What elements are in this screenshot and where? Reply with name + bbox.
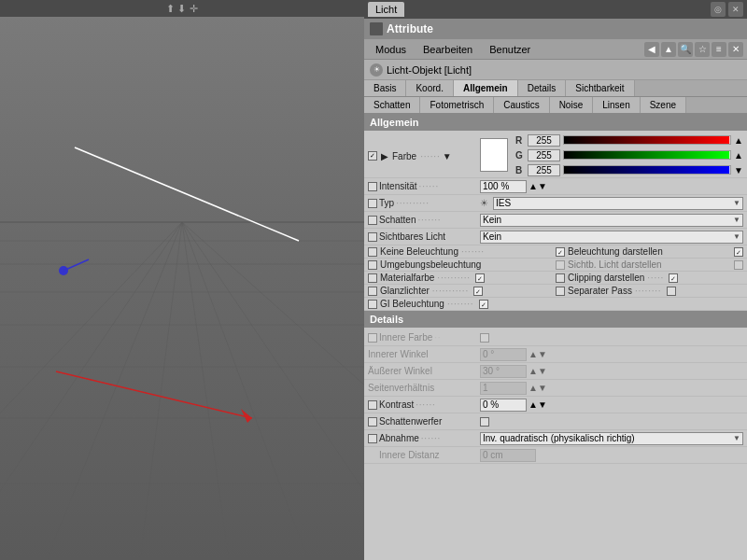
kontrast-input[interactable] bbox=[480, 399, 527, 412]
menu-benutzer[interactable]: Benutzer bbox=[482, 42, 538, 57]
panel-icon-1[interactable]: ◎ bbox=[711, 2, 726, 17]
abnahme-cb[interactable] bbox=[368, 434, 377, 443]
cb-umgebungsbeleuchtung-box[interactable] bbox=[368, 260, 377, 270]
attr-title: Attribute bbox=[387, 22, 433, 35]
tab-allgemein[interactable]: Allgemein bbox=[454, 80, 518, 96]
tab-linsen[interactable]: Linsen bbox=[593, 97, 640, 113]
aeusserer-winkel-spinner[interactable]: ▲▼ bbox=[529, 366, 547, 376]
cb-glanzlichter-check[interactable] bbox=[473, 287, 483, 296]
prop-farbe: ▶ Farbe · · · · · · ▼ R ▲ bbox=[364, 133, 747, 178]
intensitaet-cb[interactable] bbox=[368, 182, 377, 191]
innerer-winkel-value: ▲▼ bbox=[480, 348, 743, 361]
tab-schatten[interactable]: Schatten bbox=[364, 97, 420, 113]
cb-separater-pass-box[interactable] bbox=[556, 287, 565, 296]
intensitaet-input[interactable] bbox=[480, 180, 527, 193]
channel-r-up[interactable]: ▲ bbox=[734, 135, 743, 146]
section-details: Details bbox=[364, 311, 747, 328]
panel-icon-2[interactable]: ✕ bbox=[728, 2, 743, 17]
abnahme-dropdown[interactable]: Inv. quadratisch (physikalisch richtig) … bbox=[480, 432, 743, 445]
channel-g-up[interactable]: ▲ bbox=[734, 150, 743, 161]
intensitaet-spinner[interactable]: ▲▼ bbox=[529, 181, 547, 191]
channel-r-input[interactable] bbox=[528, 134, 560, 147]
innerer-winkel-spinner[interactable]: ▲▼ bbox=[529, 349, 547, 359]
prop-innerer-winkel: Innerer Winkel ▲▼ bbox=[364, 346, 747, 363]
tab-koord[interactable]: Koord. bbox=[406, 80, 453, 96]
cb-separater-pass-check[interactable] bbox=[667, 287, 676, 296]
nav-menu[interactable]: ≡ bbox=[712, 42, 726, 57]
nav-back[interactable]: ◀ bbox=[644, 42, 659, 57]
cb-clipping-label: Clipping darstellen bbox=[568, 273, 644, 283]
prop-schatten: Schatten · · · · · · · Kein ▼ bbox=[364, 212, 747, 229]
channel-g-bar[interactable] bbox=[563, 150, 731, 160]
aeusserer-winkel-label: Äußerer Winkel bbox=[368, 366, 480, 376]
innere-distanz-value bbox=[480, 449, 743, 462]
channel-b-down[interactable]: ▼ bbox=[734, 165, 743, 175]
innerer-winkel-label: Innerer Winkel bbox=[368, 349, 480, 359]
prop-sichtbares-licht: Sichtbares Licht Kein ▼ bbox=[364, 229, 747, 245]
tab-basis[interactable]: Basis bbox=[364, 80, 406, 96]
sichtbares-licht-label: Sichtbares Licht bbox=[368, 231, 480, 242]
cb-sichtb-licht-box[interactable] bbox=[556, 260, 565, 270]
channel-g-input[interactable] bbox=[528, 149, 560, 161]
tab-fotometrisch[interactable]: Fotometrisch bbox=[420, 97, 494, 113]
tab-caustics[interactable]: Caustics bbox=[494, 97, 549, 113]
nav-forward[interactable]: ▲ bbox=[661, 42, 676, 57]
cb-gi-beleuchtung-check[interactable] bbox=[479, 300, 488, 309]
schattenwerfer-check[interactable] bbox=[480, 417, 489, 427]
innere-distanz-input[interactable] bbox=[480, 449, 536, 462]
cb-keine-beleuchtung-box[interactable] bbox=[368, 247, 377, 257]
cb-clipping-check[interactable] bbox=[669, 273, 678, 283]
tab-noise[interactable]: Noise bbox=[550, 97, 594, 113]
color-swatch[interactable] bbox=[480, 138, 508, 172]
sichtbares-licht-cb[interactable] bbox=[368, 232, 377, 242]
channel-b-input[interactable] bbox=[528, 164, 560, 176]
cb-beleuchtung-darstellen-box[interactable] bbox=[556, 247, 565, 257]
cb-materialfarbe-check[interactable] bbox=[475, 273, 485, 283]
innere-farbe-swatch-cb bbox=[480, 333, 489, 343]
channel-r-bar[interactable] bbox=[563, 135, 731, 145]
kontrast-cb[interactable] bbox=[368, 400, 377, 410]
innere-farbe-cb[interactable] bbox=[368, 333, 377, 343]
menu-modus[interactable]: Modus bbox=[368, 42, 414, 57]
attr-header: Attribute bbox=[364, 19, 747, 39]
innerer-winkel-input[interactable] bbox=[480, 348, 527, 361]
cb-materialfarbe-box[interactable] bbox=[368, 273, 377, 283]
cb-row-5: GI Beleuchtung · · · · · · · · bbox=[364, 298, 747, 311]
kontrast-spinner[interactable]: ▲▼ bbox=[529, 399, 547, 410]
schatten-cb[interactable] bbox=[368, 216, 377, 225]
grid-svg bbox=[0, 17, 364, 560]
intensitaet-label: Intensität · · · · · · bbox=[368, 181, 480, 191]
tab-details[interactable]: Details bbox=[518, 80, 567, 96]
sichtbares-licht-dropdown[interactable]: Kein ▼ bbox=[480, 231, 743, 244]
seitenverhaeltnis-spinner[interactable]: ▲▼ bbox=[529, 383, 547, 393]
schattenwerfer-cb[interactable] bbox=[368, 417, 377, 427]
abnahme-value: Inv. quadratisch (physikalisch richtig) … bbox=[480, 432, 743, 445]
farbe-checkbox[interactable] bbox=[368, 151, 377, 161]
cb-clipping-box[interactable] bbox=[556, 273, 565, 283]
viewport-canvas bbox=[0, 17, 364, 560]
cb-glanzlichter-box[interactable] bbox=[368, 287, 377, 296]
innere-farbe-value bbox=[480, 333, 743, 343]
cb-gi-beleuchtung-box[interactable] bbox=[368, 300, 377, 309]
menu-bearbeiten[interactable]: Bearbeiten bbox=[416, 42, 480, 57]
innere-distanz-label: Innere Distanz bbox=[368, 450, 480, 460]
cb-umgebungsbeleuchtung-label: Umgebungsbeleuchtung bbox=[380, 259, 481, 270]
abnahme-dropdown-arrow: ▼ bbox=[733, 434, 740, 442]
typ-dropdown[interactable]: IES ▼ bbox=[493, 197, 743, 210]
obj-icon: ☀ bbox=[370, 63, 383, 77]
tab-szene[interactable]: Szene bbox=[641, 97, 686, 113]
nav-close[interactable]: ✕ bbox=[728, 42, 743, 57]
aeusserer-winkel-input[interactable] bbox=[480, 365, 527, 378]
nav-bookmark[interactable]: ☆ bbox=[695, 42, 710, 57]
schatten-dropdown[interactable]: Kein ▼ bbox=[480, 214, 743, 227]
seitenverhaeltnis-input[interactable] bbox=[480, 382, 527, 395]
cb-beleuchtung-darstellen-check[interactable] bbox=[734, 247, 743, 257]
channel-b-bar[interactable] bbox=[563, 165, 731, 175]
typ-cb[interactable] bbox=[368, 199, 377, 208]
tab-sichtbarkeit[interactable]: Sichtbarkeit bbox=[566, 80, 634, 96]
cb-separater-pass: Separater Pass · · · · · · · · bbox=[556, 286, 743, 296]
panel-tab-licht[interactable]: Licht bbox=[368, 2, 404, 17]
schattenwerfer-label: Schattenwerfer bbox=[368, 416, 480, 427]
nav-search[interactable]: 🔍 bbox=[678, 42, 693, 57]
sichtbares-licht-text: Kein bbox=[483, 231, 501, 242]
